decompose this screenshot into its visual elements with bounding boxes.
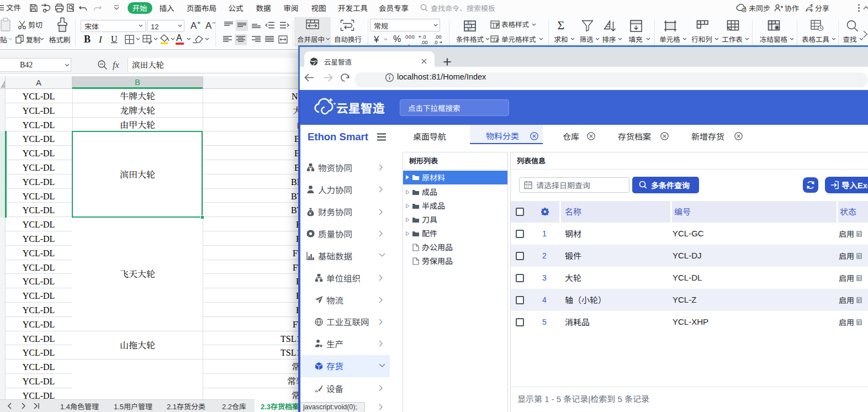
svg-text:.00: .00 bbox=[421, 40, 428, 45]
svg-text:.0: .0 bbox=[433, 40, 438, 45]
svg-text:.0: .0 bbox=[422, 34, 426, 40]
svg-text:.00: .00 bbox=[435, 34, 442, 40]
svg-text:¥: ¥ bbox=[309, 210, 312, 216]
